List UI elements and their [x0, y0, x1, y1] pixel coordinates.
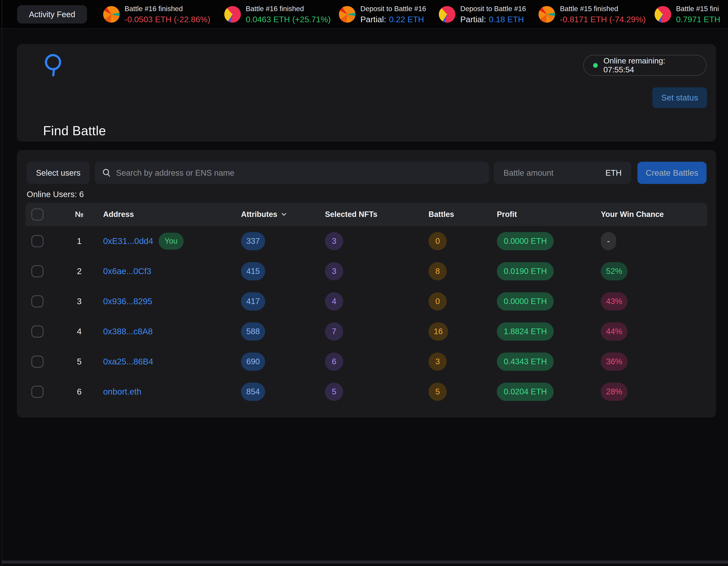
online-users-table: № Address Attributes Selected NFTs Battl… [26, 203, 707, 407]
table-header-row: № Address Attributes Selected NFTs Battl… [26, 203, 707, 226]
notification-title: Battle #16 finished [125, 5, 210, 13]
attributes-pill: 337 [241, 232, 265, 250]
set-status-button[interactable]: Set status [652, 87, 707, 108]
table-row: 4 0x388...c8A8 588 7 16 1.8824 ETH 44% [26, 316, 707, 346]
notification-item[interactable]: Battle #16 finished -0.0503 ETH (-22.86%… [103, 0, 210, 29]
profit-pill: 0.0000 ETH [497, 292, 554, 310]
attributes-pill: 690 [241, 352, 265, 371]
row-checkbox[interactable] [31, 325, 43, 337]
notification-item[interactable]: Deposit to Battle #16 Partial:0.18 ETH [439, 0, 526, 29]
column-win-chance: Your Win Chance [601, 210, 707, 219]
notification-title: Battle #16 finished [246, 5, 331, 13]
row-number: 2 [66, 267, 92, 276]
attributes-pill: 415 [241, 262, 265, 281]
address-link[interactable]: 0x936...8295 [103, 296, 152, 306]
row-number: 1 [66, 236, 92, 246]
address-link[interactable]: onbort.eth [103, 387, 141, 397]
selected-nfts-pill: 6 [325, 352, 343, 371]
row-checkbox[interactable] [31, 386, 43, 398]
battle-avatar-icon [339, 6, 356, 23]
row-checkbox[interactable] [31, 295, 43, 307]
battle-avatar-icon [103, 6, 120, 23]
column-address: Address [92, 210, 241, 219]
attributes-pill: 588 [241, 322, 265, 340]
profit-pill: 0.4343 ETH [497, 352, 554, 371]
table-row: 3 0x936...8295 417 4 0 0.0000 ETH 43% [26, 286, 707, 316]
chevron-down-icon [281, 213, 287, 217]
notification-value: 0.0463 ETH (+25.71%) [246, 15, 331, 24]
address-link[interactable]: 0xE31...0dd4 [103, 236, 153, 246]
search-input[interactable] [116, 168, 482, 178]
row-number: 6 [66, 387, 92, 397]
win-chance-pill: 43% [601, 292, 627, 310]
row-checkbox[interactable] [31, 235, 43, 247]
selected-nfts-pill: 4 [325, 292, 343, 310]
online-status-dot [593, 63, 598, 68]
battles-pill: 5 [429, 383, 447, 401]
profit-pill: 0.0190 ETH [497, 262, 554, 281]
find-battle-search-icon [42, 53, 66, 77]
battles-pill: 8 [429, 262, 447, 281]
address-link[interactable]: 0x388...c8A8 [103, 327, 153, 336]
win-chance-pill: 36% [601, 352, 627, 371]
profit-pill: 1.8824 ETH [497, 322, 554, 340]
notification-value: 0.7971 ETH [676, 15, 720, 24]
online-users-panel: Select users ETH Create Battles Online U… [17, 150, 716, 418]
notification-item[interactable]: Deposit to Battle #16 Partial:0.22 ETH [339, 0, 426, 29]
table-row: 2 0x6ae...0Cf3 415 3 8 0.0190 ETH 52% [26, 256, 707, 286]
activity-feed-bar: Activity Feed Battle #16 finished -0.050… [0, 0, 728, 29]
notification-prefix: Partial: [460, 15, 486, 24]
select-users-button[interactable]: Select users [27, 162, 90, 184]
row-checkbox[interactable] [31, 355, 43, 368]
select-all-checkbox[interactable] [31, 209, 43, 221]
row-number: 3 [66, 296, 92, 306]
battle-avatar-icon [224, 6, 241, 23]
selected-nfts-pill: 3 [325, 262, 343, 281]
battles-pill: 0 [429, 292, 447, 310]
win-chance-pill: 28% [601, 383, 627, 401]
profit-pill: 0.0000 ETH [497, 232, 554, 250]
search-icon [102, 168, 111, 178]
battle-avatar-icon [439, 6, 455, 23]
notification-value: 0.18 ETH [489, 15, 524, 24]
address-search-field[interactable] [95, 162, 489, 184]
address-link[interactable]: 0x6ae...0Cf3 [103, 267, 151, 276]
notification-item[interactable]: Battle #16 finished 0.0463 ETH (+25.71%) [224, 0, 331, 29]
table-row: 6 onbort.eth 854 5 5 0.0204 ETH 28% [26, 376, 707, 407]
notification-value: -0.0503 ETH (-22.86%) [125, 15, 210, 24]
you-badge: You [159, 233, 184, 250]
battle-amount-field[interactable]: ETH [494, 162, 631, 184]
win-chance-pill: - [601, 232, 616, 250]
win-chance-pill: 44% [601, 322, 627, 340]
notification-title: Deposit to Battle #16 [460, 5, 526, 13]
address-link[interactable]: 0xa25...86B4 [103, 357, 153, 366]
notification-item[interactable]: Battle #15 fini 0.7971 ETH [655, 0, 720, 29]
column-attributes-sort[interactable]: Attributes [241, 210, 287, 219]
online-users-count: Online Users: 6 [27, 190, 84, 199]
notification-title: Deposit to Battle #16 [360, 5, 426, 13]
column-number: № [66, 210, 92, 219]
battles-pill: 0 [429, 232, 447, 250]
row-number: 4 [66, 327, 92, 336]
column-selected-nfts: Selected NFTs [325, 210, 429, 219]
win-chance-pill: 52% [601, 262, 627, 281]
attributes-pill: 417 [241, 292, 265, 310]
online-remaining-badge: Online remaining: 07:55:54 [583, 55, 707, 76]
selected-nfts-pill: 3 [325, 232, 343, 250]
notification-title: Battle #15 finished [560, 5, 646, 13]
online-remaining-text: Online remaining: 07:55:54 [603, 56, 697, 74]
row-checkbox[interactable] [31, 265, 43, 278]
battles-pill: 3 [429, 352, 447, 371]
table-row: 1 0xE31...0dd4You 337 3 0 0.0000 ETH - [26, 226, 707, 256]
row-number: 5 [66, 357, 92, 366]
notification-value: -0.8171 ETH (-74.29%) [560, 15, 646, 24]
create-battles-button[interactable]: Create Battles [637, 162, 707, 184]
battle-amount-input[interactable] [504, 168, 601, 178]
table-row: 5 0xa25...86B4 690 6 3 0.4343 ETH 36% [26, 346, 707, 376]
notification-value: 0.22 ETH [389, 15, 424, 24]
activity-feed-button[interactable]: Activity Feed [17, 5, 87, 23]
page-title: Find Battle [43, 123, 106, 138]
notification-item[interactable]: Battle #15 finished -0.8171 ETH (-74.29%… [539, 0, 646, 29]
selected-nfts-pill: 5 [325, 383, 343, 401]
attributes-pill: 854 [241, 383, 265, 401]
